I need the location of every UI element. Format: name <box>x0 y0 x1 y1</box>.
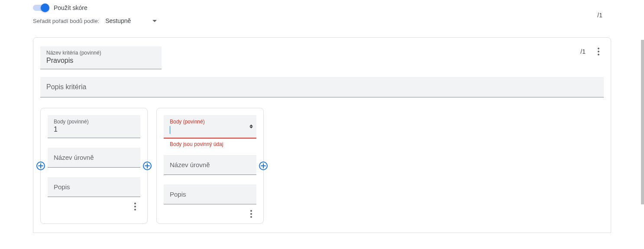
level-desc-input[interactable]: Popis <box>164 184 256 204</box>
criterion-desc-input[interactable]: Popis kritéria <box>40 77 604 97</box>
level-card: Body (povinné) 1 Název úrovně Popis <box>40 108 148 224</box>
sort-label: Seřadit pořadí bodů podle: <box>33 18 99 24</box>
level-desc-input[interactable]: Popis <box>48 177 140 197</box>
level-points-input[interactable]: Body (povinné) <box>164 115 256 139</box>
scrollbar[interactable] <box>640 38 644 233</box>
level-name-placeholder: Název úrovně <box>54 154 94 161</box>
use-score-label: Použít skóre <box>54 4 87 11</box>
use-score-toggle[interactable] <box>33 5 49 11</box>
level-name-placeholder: Název úrovně <box>170 161 210 168</box>
criterion-title-input[interactable]: Název kritéria (povinné) Pravopis <box>40 46 162 69</box>
level-card: Body (povinné) Body jsou povinný údaj Ná… <box>156 108 264 224</box>
scrollbar-thumb[interactable] <box>641 40 644 204</box>
criterion-title-value: Pravopis <box>46 57 155 66</box>
chevron-down-icon <box>152 20 157 22</box>
criterion-desc-placeholder: Popis kritéria <box>46 83 86 91</box>
toggle-knob <box>41 3 49 12</box>
level-more-icon[interactable] <box>130 201 140 212</box>
number-spinner[interactable] <box>249 125 253 129</box>
level-points-value: 1 <box>54 126 134 135</box>
level-desc-placeholder: Popis <box>170 191 186 198</box>
level-points-label: Body (povinné) <box>54 119 134 125</box>
total-score: /1 <box>597 12 602 19</box>
level-desc-placeholder: Popis <box>54 183 70 191</box>
level-points-label: Body (povinné) <box>170 119 250 125</box>
spinner-up-icon[interactable] <box>249 125 253 126</box>
level-name-input[interactable]: Název úrovně <box>164 155 256 175</box>
level-points-input[interactable]: Body (povinné) 1 <box>48 115 140 138</box>
levels-row: Body (povinné) 1 Název úrovně Popis <box>40 108 604 224</box>
criterion-more-icon[interactable] <box>593 46 604 57</box>
criterion-score: /1 <box>580 48 586 55</box>
sort-value: Sestupně <box>105 17 131 24</box>
criterion-card: Název kritéria (povinné) Pravopis /1 Pop… <box>33 37 611 233</box>
spinner-down-icon[interactable] <box>249 127 253 129</box>
add-level-button[interactable] <box>36 162 45 170</box>
level-points-value <box>170 126 250 135</box>
level-more-icon[interactable] <box>246 209 256 219</box>
level-name-input[interactable]: Název úrovně <box>48 148 140 168</box>
level-points-error: Body jsou povinný údaj <box>164 141 256 147</box>
add-level-button[interactable] <box>259 162 268 170</box>
criterion-title-label: Název kritéria (povinné) <box>46 50 155 56</box>
rubric-header: Použít skóre Seřadit pořadí bodů podle: … <box>0 0 644 29</box>
add-level-button[interactable] <box>143 162 152 170</box>
sort-select[interactable]: Sestupně <box>105 16 157 26</box>
